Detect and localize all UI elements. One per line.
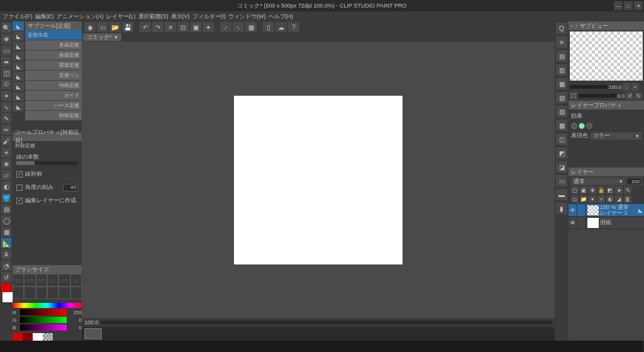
brush-preset[interactable]: 2: [70, 274, 82, 287]
marquee-tool-icon[interactable]: ◫: [1, 68, 11, 78]
navigator-preview[interactable]: [570, 31, 643, 81]
layer-lock-cell[interactable]: [577, 217, 586, 229]
layer-thumbnail[interactable]: [587, 218, 599, 228]
swatch[interactable]: [23, 333, 33, 341]
ruler-sub-icon[interactable]: ◣: [13, 42, 24, 52]
tab-dropdown-icon[interactable]: ▾: [114, 34, 118, 40]
canvas[interactable]: [234, 96, 402, 264]
b-slider[interactable]: [20, 324, 67, 331]
subtool-panel-header[interactable]: サブツール[定規]: [25, 21, 82, 30]
brush-preset[interactable]: [70, 287, 82, 299]
mask-icon[interactable]: ◐: [606, 195, 614, 203]
material-icon[interactable]: ▭: [556, 175, 567, 186]
operation-tool-icon[interactable]: ▭: [1, 45, 11, 55]
subtool-item[interactable]: 直線定規: [25, 40, 82, 50]
ruler-sub-icon[interactable]: ◣: [13, 62, 24, 72]
ruler-sub-icon[interactable]: ◣: [13, 72, 24, 82]
edit-layer-checkbox[interactable]: ✓: [16, 198, 23, 204]
subtool-item[interactable]: 定規ペン: [25, 71, 82, 81]
crop-icon[interactable]: ⊡: [177, 22, 189, 32]
material-icon[interactable]: ▮: [556, 203, 567, 214]
text-tool-icon[interactable]: A: [1, 249, 11, 259]
material-icon[interactable]: ▥: [556, 64, 567, 76]
hue-strip[interactable]: [13, 303, 82, 308]
visibility-toggle-icon[interactable]: 👁: [569, 217, 577, 229]
lasso-tool-icon[interactable]: ⧀: [1, 79, 11, 89]
menu-selection[interactable]: 選択範囲(S): [138, 13, 169, 21]
gradient-tool-icon[interactable]: ▤: [1, 204, 11, 214]
blend-tool-icon[interactable]: ◐: [1, 181, 11, 191]
fit-icon[interactable]: ⛶: [570, 92, 577, 99]
brush-size-header[interactable]: ブラシサイズ: [13, 265, 82, 274]
maximize-button[interactable]: □: [624, 1, 633, 10]
blend-mode-dropdown[interactable]: 通常▾: [571, 178, 625, 185]
fill-tool-icon[interactable]: 🪣: [1, 193, 11, 203]
material-icon[interactable]: ▧: [556, 92, 567, 103]
help-icon[interactable]: ?: [288, 22, 299, 32]
opacity-value[interactable]: 100: [626, 178, 641, 185]
brush-preset[interactable]: 1.5: [58, 274, 70, 287]
wand-tool-icon[interactable]: ✦: [1, 91, 11, 101]
deselect-icon[interactable]: ▣: [190, 22, 201, 32]
subtool-item[interactable]: 対称定規: [25, 111, 82, 121]
deco-tool-icon[interactable]: ❀: [1, 159, 11, 169]
reference-icon[interactable]: ★: [615, 186, 623, 194]
lock-pixel-icon[interactable]: ▣: [580, 186, 587, 194]
ruler-on-layer-icon[interactable]: ◢: [615, 195, 623, 203]
swatch[interactable]: [33, 333, 43, 341]
background-color-swatch[interactable]: [3, 292, 13, 302]
rotate-cw-icon[interactable]: ↻: [635, 92, 642, 99]
timeline-thumbnail[interactable]: [84, 328, 102, 339]
swatch-transparent[interactable]: [43, 333, 53, 341]
new-file-icon[interactable]: ▭: [97, 22, 108, 32]
swatch[interactable]: [13, 333, 23, 341]
angle-step-value[interactable]: 45: [63, 184, 78, 191]
brush-preset[interactable]: [47, 287, 58, 299]
lock-all-icon[interactable]: 🔒: [597, 186, 605, 194]
menu-file[interactable]: ファイル(F): [3, 13, 33, 21]
ruler-sub-icon[interactable]: ◣: [13, 31, 24, 42]
clip-mask-icon[interactable]: ◩: [606, 186, 614, 194]
menu-animation[interactable]: アニメーション(A): [57, 13, 104, 21]
document-tab[interactable]: コミック* ▾: [83, 33, 121, 41]
balloon-tool-icon[interactable]: ◔: [1, 261, 11, 271]
brush-tool-icon[interactable]: 🖌: [1, 136, 11, 146]
minimize-button[interactable]: ―: [614, 1, 623, 10]
rotate-slider[interactable]: [579, 94, 616, 98]
expression-color-dropdown[interactable]: カラー▾: [591, 132, 641, 140]
layer-down-icon[interactable]: ▾: [589, 195, 596, 203]
correct-tool-icon[interactable]: ↺: [1, 272, 11, 282]
tool-property-header[interactable]: ツールプロパティ[対称定規]: [13, 132, 82, 141]
layer-property-header[interactable]: レイヤープロパティ: [569, 101, 644, 110]
zoom-out-icon[interactable]: -: [623, 83, 630, 91]
quick-access-icon[interactable]: Q: [556, 23, 567, 34]
clip-studio-icon[interactable]: ◉: [84, 22, 96, 32]
merge-icon[interactable]: ▿: [597, 195, 605, 203]
ruler-sub-icon[interactable]: ◣: [13, 102, 24, 112]
ruler-group-icon[interactable]: ◣: [13, 21, 24, 31]
frame-tool-icon[interactable]: ▦: [1, 227, 11, 237]
rotate-ccw-icon[interactable]: ↺: [626, 92, 633, 99]
visibility-toggle-icon[interactable]: 👁: [569, 204, 577, 217]
cloud-icon[interactable]: ☁: [275, 22, 287, 32]
subtool-item[interactable]: ガイド: [25, 91, 82, 101]
movelayer-tool-icon[interactable]: ⬌: [1, 57, 11, 67]
menu-window[interactable]: ウィンドウ(W): [228, 13, 266, 21]
menu-help[interactable]: ヘルプ(H): [269, 13, 294, 21]
material-icon[interactable]: ▦: [556, 78, 567, 89]
layer-row[interactable]: 👁 用紙: [569, 217, 644, 229]
new-layer-icon[interactable]: ▭: [571, 195, 579, 203]
layer-panel-header[interactable]: レイヤー: [569, 167, 644, 176]
save-icon[interactable]: 💾: [122, 22, 133, 32]
chevron-right-icon[interactable]: ›: [575, 23, 577, 29]
subtool-item[interactable]: 図形定規: [25, 60, 82, 71]
layer-lock-cell[interactable]: [577, 204, 586, 217]
airbrush-tool-icon[interactable]: ✴: [1, 147, 11, 157]
brush-preset[interactable]: 0.5: [24, 274, 35, 287]
lock-transparent-icon[interactable]: ▢: [571, 186, 579, 194]
pencil-tool-icon[interactable]: ✏: [1, 125, 11, 135]
horizontal-scrollbar[interactable]: [101, 321, 552, 324]
g-slider[interactable]: [20, 317, 67, 323]
draft-icon[interactable]: ✎: [624, 186, 631, 194]
ruler-sub-icon[interactable]: ◣: [13, 52, 24, 62]
